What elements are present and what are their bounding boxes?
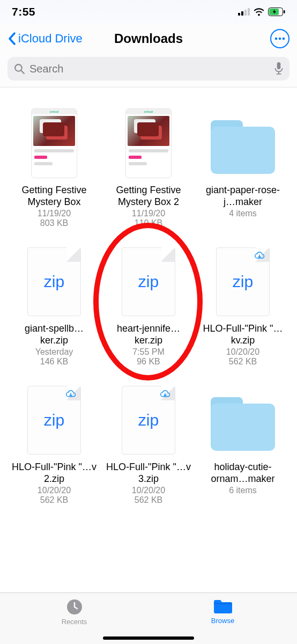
- file-item[interactable]: holiday-cutie-ornam…maker6 items: [198, 383, 287, 505]
- chevron-left-icon: [8, 32, 16, 45]
- svg-point-8: [279, 38, 281, 40]
- file-meta-size: 562 KB: [40, 495, 68, 505]
- file-item[interactable]: zipgiant-spellb…ker.zipYesterday146 KB: [10, 244, 99, 367]
- zip-file-icon: zip: [211, 244, 275, 319]
- file-meta-date: 10/20/20: [38, 486, 71, 495]
- svg-rect-6: [284, 10, 285, 13]
- status-bar: 7:55: [0, 0, 297, 24]
- search-input[interactable]: [29, 63, 270, 75]
- svg-rect-1: [241, 11, 243, 16]
- tab-bar: Recents Browse: [0, 592, 297, 644]
- file-name: Getting Festive Mystery Box 2: [106, 184, 191, 208]
- back-label: iCloud Drive: [18, 32, 83, 46]
- folder-icon: [211, 383, 275, 458]
- more-button[interactable]: [270, 29, 289, 48]
- file-meta-date: 11/19/20: [38, 209, 71, 218]
- file-meta-date: 6 items: [229, 486, 257, 495]
- file-grid-area: cricutGetting Festive Mystery Box11/19/2…: [0, 87, 297, 587]
- svg-point-9: [283, 38, 285, 40]
- file-item[interactable]: zipHLO-Full-"Pink "…kv.zip10/20/20562 KB: [198, 244, 287, 367]
- folder-icon: [213, 598, 233, 614]
- file-meta-date: 11/19/20: [132, 209, 165, 218]
- cellular-icon: [238, 8, 250, 16]
- zip-label: zip: [138, 273, 159, 291]
- file-name: Getting Festive Mystery Box: [11, 184, 97, 208]
- search-bar: [0, 54, 297, 87]
- file-meta-size: 110 KB: [135, 218, 162, 228]
- clock-icon: [66, 598, 83, 616]
- file-name: HLO-Full-"Pink "…v 2.zip: [11, 461, 97, 485]
- svg-point-7: [275, 38, 278, 40]
- file-name: giant-paper-rose-j…maker: [200, 184, 286, 208]
- ellipsis-icon: [274, 37, 285, 40]
- cloud-download-icon: [65, 390, 76, 400]
- page-thumbnail-icon: cricut: [22, 106, 86, 181]
- file-item[interactable]: zipheart-jennife…ker.zip7:55 PM96 KB: [104, 244, 193, 367]
- zip-label: zip: [44, 273, 64, 291]
- file-name: HLO-Full-"Pink "…v 3.zip: [106, 461, 191, 485]
- file-meta-date: 10/20/20: [226, 347, 259, 357]
- file-name: heart-jennife…ker.zip: [106, 323, 191, 346]
- svg-rect-3: [248, 8, 250, 16]
- search-field[interactable]: [8, 57, 289, 80]
- file-item[interactable]: zipHLO-Full-"Pink "…v 2.zip10/20/20562 K…: [10, 383, 99, 505]
- file-meta-size: 146 KB: [40, 357, 68, 367]
- file-name: giant-spellb…ker.zip: [11, 323, 97, 346]
- page-title: Downloads: [114, 31, 183, 46]
- zip-file-icon: zip: [22, 244, 86, 319]
- file-name: holiday-cutie-ornam…maker: [200, 461, 286, 485]
- file-item[interactable]: cricutGetting Festive Mystery Box 211/19…: [104, 106, 193, 228]
- file-meta-size: 562 KB: [135, 495, 162, 505]
- page-thumbnail-icon: cricut: [116, 106, 181, 181]
- svg-rect-12: [277, 62, 281, 69]
- search-icon: [14, 63, 25, 75]
- file-item[interactable]: cricutGetting Festive Mystery Box11/19/2…: [10, 106, 99, 228]
- file-meta-size: 96 KB: [137, 357, 160, 367]
- status-icons: [238, 8, 285, 16]
- back-button[interactable]: iCloud Drive: [8, 32, 83, 46]
- file-item[interactable]: giant-paper-rose-j…maker4 items: [198, 106, 287, 228]
- microphone-icon[interactable]: [274, 62, 283, 75]
- file-meta-size: 562 KB: [229, 357, 257, 367]
- tab-browse-label: Browse: [211, 617, 234, 625]
- file-name: HLO-Full-"Pink "…kv.zip: [200, 323, 286, 346]
- zip-file-icon: zip: [116, 383, 181, 458]
- zip-label: zip: [138, 411, 159, 429]
- cloud-download-icon: [160, 390, 170, 400]
- folder-icon: [211, 106, 275, 181]
- wifi-icon: [253, 8, 265, 16]
- zip-file-icon: zip: [116, 244, 181, 319]
- svg-rect-2: [244, 10, 247, 16]
- nav-bar: iCloud Drive Downloads: [0, 24, 297, 54]
- file-meta-size: 803 KB: [40, 218, 68, 228]
- file-grid: cricutGetting Festive Mystery Box11/19/2…: [10, 106, 287, 505]
- file-meta-date: 4 items: [229, 209, 257, 218]
- file-meta-date: 10/20/20: [132, 486, 165, 495]
- svg-point-10: [15, 64, 22, 71]
- file-meta-date: 7:55 PM: [132, 347, 165, 357]
- battery-charging-icon: [268, 8, 285, 16]
- file-item[interactable]: zipHLO-Full-"Pink "…v 3.zip10/20/20562 K…: [104, 383, 193, 505]
- home-indicator[interactable]: [103, 636, 194, 640]
- zip-label: zip: [44, 411, 64, 429]
- cloud-download-icon: [254, 251, 265, 262]
- svg-rect-16: [214, 603, 232, 604]
- status-time: 7:55: [12, 5, 35, 18]
- svg-rect-0: [238, 13, 240, 16]
- zip-label: zip: [233, 273, 253, 291]
- zip-file-icon: zip: [22, 383, 86, 458]
- file-meta-date: Yesterday: [35, 347, 73, 357]
- svg-line-11: [21, 70, 24, 73]
- tab-recents-label: Recents: [62, 618, 87, 626]
